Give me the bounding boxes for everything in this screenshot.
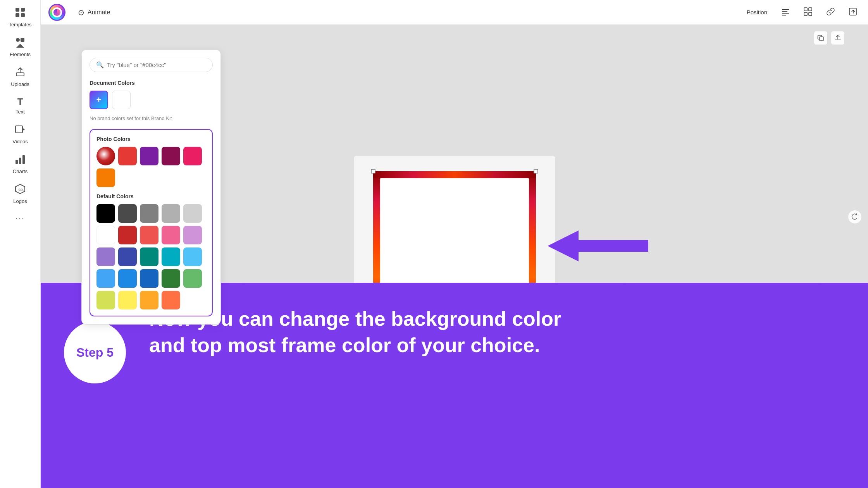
export-icon [834, 34, 841, 41]
sidebar-item-text[interactable]: T Text [3, 93, 38, 119]
default-color-darkblue[interactable] [118, 247, 137, 266]
handle-top-right[interactable] [534, 169, 538, 174]
svg-rect-0 [16, 8, 19, 12]
sidebar: Templates Elements Uploads T Text [0, 0, 41, 488]
bottom-text: Now you can change the background color … [149, 306, 852, 358]
default-color-navyblue[interactable] [140, 269, 158, 288]
charts-icon [15, 154, 26, 167]
animate-button[interactable]: ⊙ Animate [72, 5, 117, 20]
svg-rect-10 [16, 160, 18, 164]
default-color-black[interactable] [96, 204, 115, 223]
default-color-gray[interactable] [140, 204, 158, 223]
text-icon: T [17, 96, 23, 107]
uploads-icon [15, 67, 26, 80]
toolbar: ⊙ Animate Position [41, 0, 868, 25]
sidebar-item-label: Uploads [11, 81, 29, 87]
rotate-cw-icon [851, 213, 859, 221]
default-color-lightgray[interactable] [162, 204, 180, 223]
color-panel: 🔍 Document Colors + No brand colors set … [81, 50, 221, 325]
svg-rect-2 [16, 13, 19, 17]
default-color-blue[interactable] [118, 269, 137, 288]
default-color-orange[interactable] [162, 291, 180, 309]
sidebar-item-templates[interactable]: Templates [3, 3, 38, 31]
purple-arrow [548, 227, 648, 267]
photo-color-4[interactable] [183, 147, 202, 165]
default-color-darkgray[interactable] [118, 204, 137, 223]
photo-colors-section: Photo Colors Default Colors [90, 129, 213, 316]
templates-icon [15, 7, 26, 20]
arrow-svg [548, 227, 648, 265]
sidebar-item-charts[interactable]: Charts [3, 150, 38, 178]
link-icon [826, 7, 835, 16]
svg-rect-23 [849, 8, 856, 15]
default-color-white[interactable] [96, 226, 115, 244]
search-bar[interactable]: 🔍 [90, 58, 213, 72]
sidebar-item-label: Elements [10, 52, 31, 57]
add-color-button[interactable]: + [90, 91, 108, 109]
animate-icon: ⊙ [78, 8, 84, 17]
default-color-lightorange[interactable] [140, 291, 158, 309]
export-canvas-button[interactable] [831, 31, 845, 45]
sidebar-item-videos[interactable]: Videos [3, 120, 38, 148]
photo-color-1[interactable] [118, 147, 137, 165]
svg-rect-22 [809, 12, 812, 15]
sidebar-item-label: Charts [13, 168, 28, 174]
default-color-lightcyan[interactable] [183, 247, 202, 266]
photo-color-3[interactable] [162, 147, 180, 165]
default-color-darkgreen[interactable] [162, 269, 180, 288]
sidebar-item-more[interactable]: ··· [3, 210, 38, 227]
link-icon-button[interactable] [823, 6, 838, 19]
svg-marker-9 [22, 128, 25, 131]
photo-color-0[interactable] [96, 147, 115, 165]
default-color-lightpurple[interactable] [183, 226, 202, 244]
default-color-green[interactable] [183, 269, 202, 288]
svg-rect-16 [782, 11, 787, 12]
right-side-panel [848, 210, 862, 224]
align-icon-button[interactable] [778, 6, 793, 19]
logos-icon: co. [15, 184, 26, 197]
default-color-red[interactable] [118, 226, 137, 244]
default-color-purple[interactable] [96, 247, 115, 266]
photo-color-5[interactable] [96, 168, 115, 187]
svg-rect-5 [21, 38, 24, 42]
frame-top-border [373, 171, 536, 178]
sidebar-item-label: Templates [9, 22, 31, 27]
share-icon-button[interactable] [846, 6, 860, 19]
align-icon [781, 7, 790, 16]
step-text-line2: and top most frame color of your choice. [149, 332, 852, 359]
rotate-right-button[interactable] [848, 210, 862, 224]
document-colors-title: Document Colors [90, 80, 213, 86]
no-brand-text: No brand colors set for this Brand Kit [90, 115, 213, 121]
svg-rect-20 [809, 8, 812, 11]
sidebar-item-elements[interactable]: Elements [3, 33, 38, 61]
photo-color-2[interactable] [140, 147, 158, 165]
sidebar-item-label: Videos [12, 139, 28, 144]
default-color-teal[interactable] [140, 247, 158, 266]
copy-canvas-button[interactable] [814, 31, 828, 45]
grid-icon [804, 7, 812, 16]
default-color-verylightgray[interactable] [183, 204, 202, 223]
svg-marker-6 [16, 44, 24, 48]
handle-top-left[interactable] [371, 169, 375, 174]
more-icon: ··· [16, 213, 25, 223]
empty-swatch[interactable] [112, 91, 131, 109]
grid-icon-button[interactable] [801, 6, 815, 19]
color-picker-button[interactable] [48, 4, 65, 21]
default-color-lime[interactable] [96, 291, 115, 309]
default-color-pink[interactable] [162, 226, 180, 244]
svg-point-4 [16, 38, 20, 42]
step-number: Step 5 [76, 345, 114, 360]
default-color-yellow[interactable] [118, 291, 137, 309]
photo-colors-grid [96, 147, 206, 187]
document-colors-row: + [90, 91, 213, 109]
default-color-cyan[interactable] [162, 247, 180, 266]
sidebar-item-label: Text [16, 109, 25, 115]
sidebar-item-logos[interactable]: co. Logos [3, 180, 38, 208]
default-colors-grid [96, 204, 206, 309]
default-color-lightblue[interactable] [96, 269, 115, 288]
default-color-lightred[interactable] [140, 226, 158, 244]
sidebar-item-uploads[interactable]: Uploads [3, 63, 38, 91]
animate-label: Animate [88, 9, 110, 16]
search-input[interactable] [107, 62, 206, 68]
position-button[interactable]: Position [744, 7, 770, 17]
